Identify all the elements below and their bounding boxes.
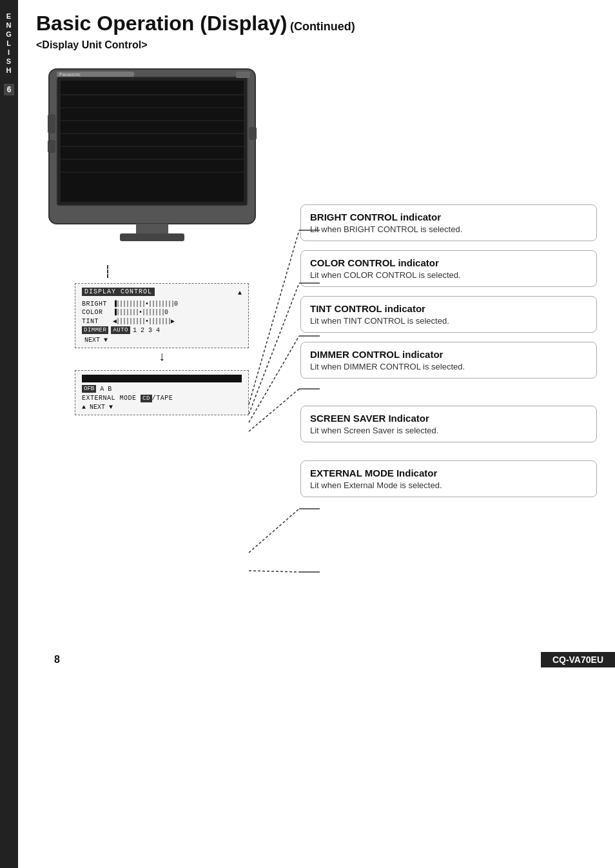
sidebar-letter-i: I [8,48,10,57]
panel-dimmer-box: DIMMER [82,326,108,334]
monitor-image: Panasonic [36,63,294,259]
sidebar-number: 6 [4,84,15,95]
panel-tint-label: TINT [82,318,110,325]
diagram-area: Panasonic [36,63,597,643]
callout-external: EXTERNAL MODE Indicator Lit when Externa… [300,460,597,497]
svg-rect-16 [48,140,55,153]
arrow-down-1: ↓ [75,350,249,362]
ss-ext-row: EXTERNAL MODE CD/TAPE [82,395,242,402]
svg-rect-2 [61,81,244,202]
sidebar-letter-s: S [6,57,12,66]
callout-color-desc: Lit when COLOR CONTROL is selected. [310,270,587,280]
screen-saver-panel: OFB A B EXTERNAL MODE CD/TAPE ▲ NEXT ▼ [75,370,249,415]
page-title-continued: (Continued) [290,20,355,33]
monitor-svg: Panasonic [36,63,268,256]
panel-bright-bar: ▐|||||||||•||||||||0 [113,301,177,308]
svg-rect-15 [48,114,55,133]
ss-a-label: A [100,386,104,393]
callout-tint-title: TINT CONTROL indicator [310,303,587,314]
sidebar-letter-g: G [6,30,12,39]
callout-bright-title: BRIGHT CONTROL indicator [310,212,587,222]
model-badge: CQ-VA70EU [541,652,615,667]
ss-top-bar [82,375,242,382]
ss-ofb-box: OFB [82,385,96,393]
ss-ofb-row: OFB A B [82,385,242,393]
ss-b-label: B [108,386,112,393]
callout-screensaver-title: SCREEN SAVER Indicator [310,413,587,424]
callout-screensaver-desc: Lit when Screen Saver is selected. [310,426,587,435]
callout-bright-desc: Lit when BRIGHT CONTROL is selected. [310,224,587,234]
ss-next-row: ▲ NEXT ▼ [82,404,242,411]
display-control-panel: DISPLAY CONTROL ▲ BRIGHT ▐|||||||||•||||… [75,283,249,348]
left-column: Panasonic [36,63,294,415]
callout-dimmer-title: DIMMER CONTROL indicator [310,349,587,360]
callout-color-title: COLOR CONTROL indicator [310,257,587,268]
sidebar-letter-l: L [6,39,12,48]
svg-rect-14 [120,233,184,241]
page-footer: 8 CQ-VA70EU [54,652,615,667]
svg-text:Panasonic: Panasonic [59,72,81,77]
panel-bright-label: BRIGHT [82,301,110,308]
callout-dimmer: DIMMER CONTROL indicator Lit when DIMMER… [300,342,597,379]
title-area: Basic Operation (Display) (Continued) [36,12,597,35]
svg-line-28 [249,571,299,572]
callout-dimmer-desc: Lit when DIMMER CONTROL is selected. [310,362,587,371]
sidebar-letters: E N G L I S H [6,12,12,75]
panel-color-label: COLOR [82,309,110,316]
panel-area: DISPLAY CONTROL ▲ BRIGHT ▐|||||||||•||||… [75,265,249,415]
panel-auto-box: AUTO [111,326,130,334]
svg-line-26 [249,509,299,553]
page-number: 8 [54,654,60,666]
sidebar-letter-h: H [6,66,12,75]
sidebar-letter-n: N [6,21,12,30]
callout-color: COLOR CONTROL indicator Lit when COLOR C… [300,250,597,287]
callout-bright: BRIGHT CONTROL indicator Lit when BRIGHT… [300,204,597,241]
callout-screensaver: SCREEN SAVER Indicator Lit when Screen S… [300,406,597,442]
page-title: Basic Operation (Display) [36,12,287,35]
callout-tint: TINT CONTROL indicator Lit when TINT CON… [300,296,597,333]
callout-external-title: EXTERNAL MODE Indicator [310,468,587,478]
main-content: Basic Operation (Display) (Continued) <D… [18,0,615,689]
panel-tint-bar: ◀|||||||||•|||||||▶ [113,317,174,325]
panel-color-row: COLOR ▐|||||||•|||||||0 [82,309,242,316]
panel-title: DISPLAY CONTROL [82,288,155,296]
panel-tint-row: TINT ◀|||||||||•|||||||▶ [82,317,242,325]
panel-next: NEXT ▼ [82,337,242,344]
svg-rect-17 [249,127,257,140]
callout-external-desc: Lit when External Mode is selected. [310,480,587,490]
connector-line-top [107,265,108,278]
panel-dimmer-nums: 1 2 3 4 [133,327,160,334]
ss-ext-box: CD [141,395,152,402]
callout-tint-desc: Lit when TINT CONTROL is selected. [310,316,587,326]
sidebar-letter-e: E [6,12,12,21]
sidebar: E N G L I S H 6 [0,0,18,868]
panel-dimmer-row: DIMMER AUTO 1 2 3 4 [82,326,242,334]
right-column: BRIGHT CONTROL indicator Lit when BRIGHT… [294,63,597,506]
panel-bright-row: BRIGHT ▐|||||||||•||||||||0 [82,301,242,308]
panel-color-bar: ▐|||||||•|||||||0 [113,309,168,316]
svg-rect-12 [236,72,250,78]
subtitle: <Display Unit Control> [36,39,597,51]
